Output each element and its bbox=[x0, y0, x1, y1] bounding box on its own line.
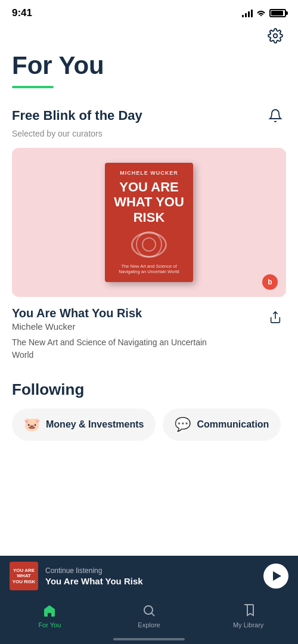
nav-label-my-library: My Library bbox=[233, 621, 263, 628]
now-playing-label: Continue listening bbox=[45, 566, 256, 575]
book-info: You Are What You Risk Michele Wucker The… bbox=[0, 297, 298, 361]
share-button[interactable] bbox=[265, 306, 286, 328]
wifi-icon bbox=[256, 8, 266, 18]
signal-icon bbox=[242, 9, 253, 17]
library-icon bbox=[240, 602, 257, 619]
category-communication[interactable]: 💬 Communication bbox=[163, 408, 281, 441]
free-blink-header: Free Blink of the Day bbox=[0, 105, 298, 126]
header-area: For You bbox=[0, 23, 298, 88]
blink-logo: b bbox=[262, 274, 278, 290]
home-indicator bbox=[113, 638, 185, 640]
home-icon bbox=[41, 602, 58, 619]
book-cover: MICHELE WUCKER YOU ARE WHAT YOU RISK The… bbox=[105, 163, 193, 282]
book-cover-subtitle: The New Art and Science of Navigating an… bbox=[112, 264, 186, 275]
nav-label-for-you: For You bbox=[38, 621, 61, 628]
book-card[interactable]: MICHELE WUCKER YOU ARE WHAT YOU RISK The… bbox=[12, 148, 286, 297]
now-playing-thumb-text: YOU ARE WHAT YOU RISK bbox=[10, 562, 38, 590]
page-title: For You bbox=[12, 51, 286, 80]
book-fingerprint-art bbox=[131, 232, 167, 258]
nav-item-my-library[interactable]: My Library bbox=[198, 602, 298, 628]
bottom-nav: For You Explore My Library bbox=[0, 596, 298, 644]
now-playing-title: You Are What You Risk bbox=[45, 576, 256, 586]
book-cover-title: YOU ARE WHAT YOU RISK bbox=[112, 179, 186, 225]
play-icon bbox=[273, 571, 281, 581]
svg-point-1 bbox=[144, 606, 153, 614]
search-icon bbox=[141, 602, 157, 619]
money-icon: 🐷 bbox=[24, 417, 40, 432]
categories-row: 🐷 Money & Investments 💬 Communication bbox=[12, 408, 286, 441]
status-bar: 9:41 bbox=[0, 0, 298, 23]
following-title: Following bbox=[12, 380, 286, 399]
category-money-investments[interactable]: 🐷 Money & Investments bbox=[12, 408, 156, 441]
status-time: 9:41 bbox=[12, 7, 32, 19]
communication-icon: 💬 bbox=[175, 417, 191, 432]
notification-bell-button[interactable] bbox=[265, 105, 286, 126]
nav-item-explore[interactable]: Explore bbox=[100, 602, 199, 628]
now-playing-thumbnail: YOU ARE WHAT YOU RISK bbox=[10, 562, 38, 590]
free-blink-title: Free Blink of the Day bbox=[12, 108, 142, 123]
book-cover-area: MICHELE WUCKER YOU ARE WHAT YOU RISK The… bbox=[12, 148, 286, 297]
settings-button[interactable] bbox=[265, 25, 286, 47]
battery-icon bbox=[269, 9, 286, 17]
category-communication-label: Communication bbox=[197, 419, 269, 430]
book-title: You Are What You Risk bbox=[12, 306, 226, 320]
following-section: Following 🐷 Money & Investments 💬 Commun… bbox=[0, 361, 298, 441]
free-blink-subtitle: Selected by our curators bbox=[0, 129, 298, 138]
book-description: The New Art and Science of Navigating an… bbox=[12, 336, 226, 361]
status-icons bbox=[242, 8, 286, 18]
nav-item-for-you[interactable]: For You bbox=[0, 602, 100, 628]
nav-label-explore: Explore bbox=[138, 621, 160, 628]
play-pause-button[interactable] bbox=[263, 564, 288, 589]
category-money-label: Money & Investments bbox=[46, 419, 144, 430]
svg-point-0 bbox=[274, 34, 278, 38]
book-cover-author: MICHELE WUCKER bbox=[120, 170, 178, 176]
title-underline bbox=[12, 86, 54, 88]
book-text: You Are What You Risk Michele Wucker The… bbox=[12, 306, 226, 361]
book-author: Michele Wucker bbox=[12, 321, 226, 332]
now-playing-info: Continue listening You Are What You Risk bbox=[45, 566, 256, 586]
now-playing-bar: YOU ARE WHAT YOU RISK Continue listening… bbox=[0, 556, 298, 596]
gear-button-container bbox=[12, 25, 286, 47]
